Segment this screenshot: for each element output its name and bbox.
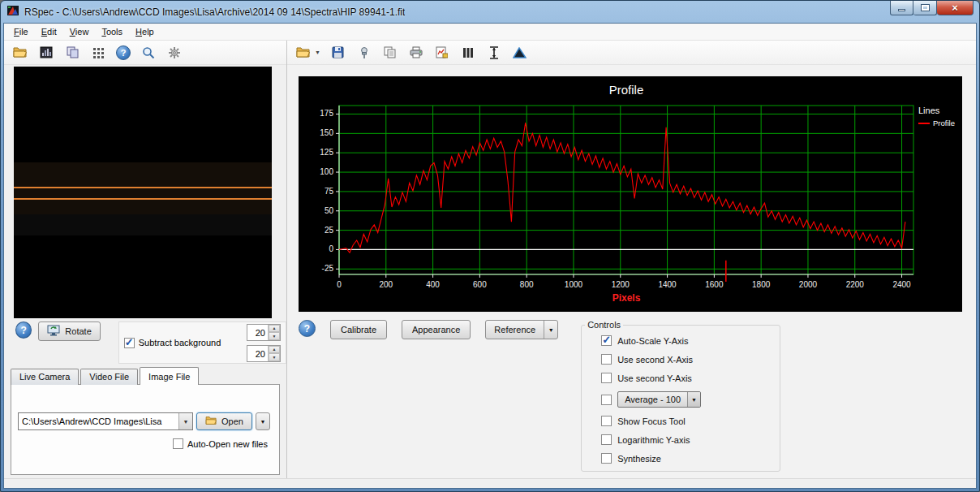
second-y-axis-checkbox[interactable] xyxy=(601,373,612,383)
titlebar[interactable]: RSpec - C:\Users\Andrew\CCD Images\Lisa\… xyxy=(3,1,977,23)
average-checkbox[interactable] xyxy=(601,395,612,405)
menubar: File Edit View Tools Help xyxy=(4,24,976,41)
svg-text:-25: -25 xyxy=(322,264,334,273)
synthesize-label: Synthesize xyxy=(617,454,661,464)
monitor-icon xyxy=(47,325,60,338)
subtract-background-label: Subtract background xyxy=(139,338,221,347)
rotate-button-label: Rotate xyxy=(65,326,91,336)
profile-chart[interactable]: -250255075100125150175020040060080010001… xyxy=(299,76,962,312)
reference-dropdown-icon[interactable]: ▼ xyxy=(544,327,557,333)
minimize-button[interactable] xyxy=(890,1,913,15)
selection-line-bottom[interactable] xyxy=(14,198,272,200)
image-display-icon[interactable] xyxy=(38,45,54,61)
menu-item-help[interactable]: Help xyxy=(129,24,161,39)
image-preview[interactable] xyxy=(14,67,272,318)
fit-height-icon[interactable] xyxy=(486,45,502,61)
logarithmic-y-checkbox[interactable] xyxy=(601,434,612,445)
spectrum-strip xyxy=(14,162,272,214)
open-dropdown-icon[interactable]: ▼ xyxy=(315,50,320,55)
grid-icon[interactable] xyxy=(90,45,106,61)
columns-icon[interactable] xyxy=(460,45,476,61)
selection-line-top[interactable] xyxy=(14,187,272,188)
controls-group: Controls Auto-Scale Y-Axis Use second X-… xyxy=(581,320,780,472)
svg-text:Lines: Lines xyxy=(918,106,940,115)
peak-tool-icon[interactable] xyxy=(512,45,528,61)
auto-scale-y-checkbox[interactable] xyxy=(601,335,612,346)
svg-text:Profile: Profile xyxy=(609,83,644,97)
background-bottom-spinner[interactable]: 20 ▲ ▼ xyxy=(247,345,281,362)
settings-icon[interactable] xyxy=(166,45,183,61)
svg-text:200: 200 xyxy=(379,280,393,289)
tab-live-camera[interactable]: Live Camera xyxy=(11,369,79,385)
controls-group-title: Controls xyxy=(585,320,623,330)
help-icon[interactable]: ? xyxy=(116,45,131,60)
average-combo[interactable]: Average - 100 ▼ xyxy=(617,391,701,408)
subtract-background-checkbox[interactable] xyxy=(124,338,135,348)
second-x-axis-checkbox[interactable] xyxy=(601,354,612,365)
window-title: RSpec - C:\Users\Andrew\CCD Images\Lisa\… xyxy=(24,6,405,18)
open-profile-icon[interactable] xyxy=(295,45,312,61)
open-folder-icon[interactable] xyxy=(12,45,28,61)
spin-down-icon[interactable]: ▼ xyxy=(269,353,280,361)
background-top-spinner[interactable]: 20 ▲ ▼ xyxy=(247,324,281,341)
tab-image-file[interactable]: Image File xyxy=(140,367,199,385)
print-icon[interactable] xyxy=(408,45,424,61)
appearance-button[interactable]: Appearance xyxy=(402,320,471,339)
svg-text:150: 150 xyxy=(320,128,333,137)
maximize-button[interactable] xyxy=(913,1,937,15)
svg-text:0: 0 xyxy=(337,280,342,289)
spectrum-strip-lower xyxy=(14,214,272,235)
save-icon[interactable] xyxy=(330,45,346,61)
svg-text:175: 175 xyxy=(320,109,333,118)
reference-button[interactable]: Reference ▼ xyxy=(485,320,558,339)
svg-text:1600: 1600 xyxy=(705,280,724,289)
menu-item-edit[interactable]: Edit xyxy=(35,24,63,39)
open-options-button[interactable]: ▼ xyxy=(256,412,270,430)
close-button[interactable]: × xyxy=(937,1,974,15)
menu-item-tools[interactable]: Tools xyxy=(95,24,129,39)
average-dropdown-icon[interactable]: ▼ xyxy=(687,392,700,407)
open-button[interactable]: Open xyxy=(196,412,252,430)
svg-text:800: 800 xyxy=(520,280,534,289)
spin-down-icon[interactable]: ▼ xyxy=(269,332,280,340)
minimize-icon xyxy=(898,9,905,11)
tab-video-file[interactable]: Video File xyxy=(80,369,138,385)
reference-button-label: Reference xyxy=(486,325,544,334)
close-icon: × xyxy=(952,2,958,13)
svg-text:Profile: Profile xyxy=(933,119,955,127)
menu-item-view[interactable]: View xyxy=(63,24,96,39)
help-button[interactable]: ? xyxy=(15,322,32,339)
svg-text:1000: 1000 xyxy=(565,280,583,289)
menu-item-file[interactable]: File xyxy=(7,24,35,39)
app-icon xyxy=(6,4,19,20)
profile-panel: ▼ xyxy=(287,41,976,478)
profile-chart-svg[interactable]: -250255075100125150175020040060080010001… xyxy=(299,76,962,312)
zoom-icon[interactable] xyxy=(140,45,157,61)
svg-text:1400: 1400 xyxy=(658,280,677,289)
chart-help-button[interactable]: ? xyxy=(299,320,316,337)
svg-text:2400: 2400 xyxy=(892,280,911,289)
pin-icon[interactable] xyxy=(356,45,372,61)
svg-text:25: 25 xyxy=(325,226,334,235)
combo-dropdown-icon[interactable]: ▼ xyxy=(178,413,192,429)
background-bottom-value: 20 xyxy=(247,346,268,361)
copy-icon[interactable] xyxy=(64,45,80,61)
synthesize-checkbox[interactable] xyxy=(601,453,612,464)
calibrate-button[interactable]: Calibrate xyxy=(330,320,387,339)
export-chart-icon[interactable] xyxy=(434,45,450,61)
left-toolbar: ? xyxy=(4,41,286,65)
svg-text:2200: 2200 xyxy=(846,280,865,289)
svg-text:0: 0 xyxy=(329,244,333,253)
right-toolbar: ▼ xyxy=(287,41,976,65)
logarithmic-y-label: Logarithmic Y-axis xyxy=(617,435,690,445)
file-path-combo[interactable]: C:\Users\Andrew\CCD Images\Lisa ▼ xyxy=(18,412,193,430)
show-focus-tool-checkbox[interactable] xyxy=(601,416,612,426)
spin-up-icon[interactable]: ▲ xyxy=(269,325,280,333)
rotate-button[interactable]: Rotate xyxy=(38,322,100,341)
auto-open-checkbox[interactable] xyxy=(173,438,183,449)
svg-text:600: 600 xyxy=(473,280,487,289)
background-top-value: 20 xyxy=(247,325,268,340)
copy-profile-icon[interactable] xyxy=(382,45,398,61)
second-x-axis-label: Use second X-Axis xyxy=(617,355,693,365)
spin-up-icon[interactable]: ▲ xyxy=(269,346,280,354)
